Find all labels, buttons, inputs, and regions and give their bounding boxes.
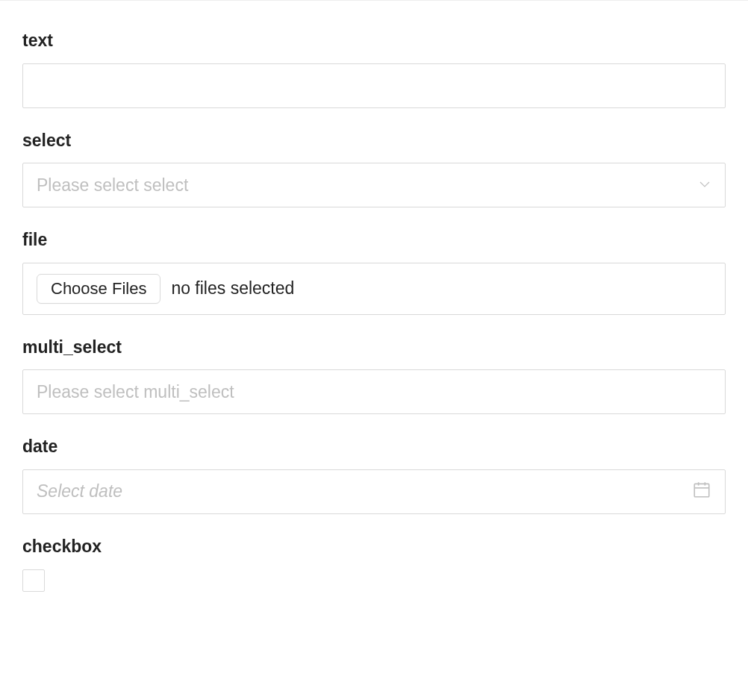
chevron-down-icon bbox=[698, 175, 711, 196]
field-select: select Please select select bbox=[22, 131, 726, 208]
text-input-wrapper bbox=[22, 63, 726, 108]
field-date: date Select date bbox=[22, 437, 726, 514]
checkbox-input[interactable] bbox=[22, 569, 45, 592]
form-container: text select Please select select file Ch… bbox=[0, 0, 748, 659]
field-checkbox: checkbox bbox=[22, 537, 726, 592]
date-input[interactable]: Select date bbox=[22, 469, 726, 514]
choose-files-button[interactable]: Choose Files bbox=[37, 274, 160, 304]
date-placeholder: Select date bbox=[37, 481, 692, 501]
label-multi-select: multi_select bbox=[22, 337, 726, 358]
label-text: text bbox=[22, 31, 726, 51]
label-date: date bbox=[22, 437, 726, 457]
file-status-text: no files selected bbox=[171, 278, 294, 299]
select-placeholder: Please select select bbox=[37, 175, 698, 196]
label-checkbox: checkbox bbox=[22, 537, 726, 557]
label-file: file bbox=[22, 230, 726, 251]
svg-rect-0 bbox=[694, 484, 709, 496]
select-input[interactable]: Please select select bbox=[22, 163, 726, 207]
file-input-wrapper: Choose Files no files selected bbox=[22, 263, 726, 315]
multi-select-input[interactable]: Please select multi_select bbox=[22, 369, 726, 414]
field-multi-select: multi_select Please select multi_select bbox=[22, 337, 726, 415]
calendar-icon bbox=[692, 480, 711, 504]
label-select: select bbox=[22, 131, 726, 151]
text-input[interactable] bbox=[37, 64, 711, 107]
multi-select-placeholder: Please select multi_select bbox=[37, 382, 711, 402]
field-file: file Choose Files no files selected bbox=[22, 230, 726, 315]
field-text: text bbox=[22, 31, 726, 108]
